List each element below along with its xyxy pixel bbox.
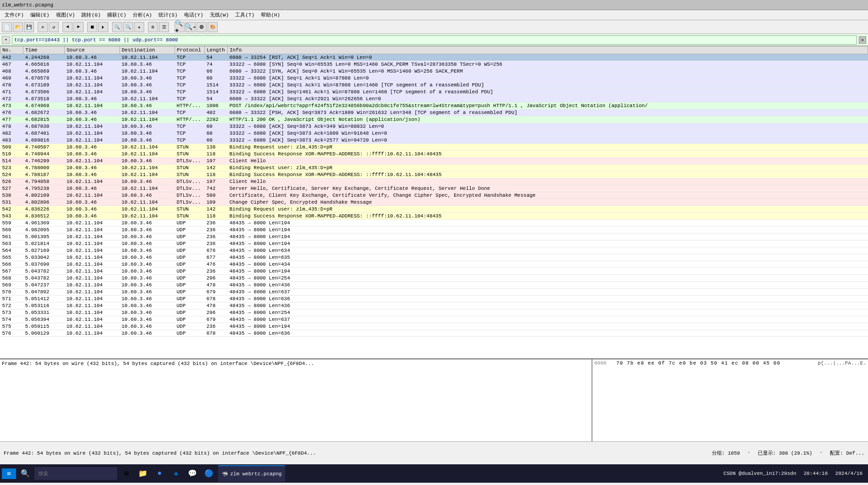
taskbar-icon-edge[interactable]: ◈ xyxy=(169,466,183,481)
table-row[interactable]: 4684.66586910.60.3.4610.62.11.104TCP6660… xyxy=(0,68,868,75)
taskbar-icon-explorer[interactable]: 📁 xyxy=(135,466,150,481)
table-cell: 10.60.3.46 xyxy=(65,199,120,206)
toolbar-fwd-btn[interactable]: ► xyxy=(73,22,84,32)
table-row[interactable]: 5695.04723710.62.11.10410.60.3.46UDP4784… xyxy=(0,282,868,289)
table-row[interactable]: 5705.04789210.62.11.10410.60.3.46UDP6794… xyxy=(0,289,868,296)
filter-input[interactable] xyxy=(12,35,857,45)
table-row[interactable]: 5424.83622610.60.3.4610.62.11.104STUN142… xyxy=(0,206,868,213)
taskbar-icon-wechat[interactable]: 💬 xyxy=(185,466,200,481)
table-row[interactable]: 4674.66581610.62.11.10410.60.3.46TCP7433… xyxy=(0,61,868,68)
toolbar-open-btn[interactable]: 📂 xyxy=(13,22,23,32)
toolbar-settings-btn[interactable]: ⚙ xyxy=(148,22,158,32)
toolbar-bookmark-btn[interactable]: ★ xyxy=(134,22,144,32)
toolbar-close-btn[interactable]: ✕ xyxy=(38,22,48,32)
toolbar-start-btn[interactable]: ⏵ xyxy=(98,22,108,32)
table-row[interactable]: 5755.05911510.62.11.10410.60.3.46UDP2364… xyxy=(0,323,868,330)
taskbar-icon-app5[interactable]: 🔵 xyxy=(202,466,216,481)
table-cell: UDP xyxy=(175,254,205,261)
table-row[interactable]: 5304.80210910.62.11.10410.60.3.46DTLSv..… xyxy=(0,192,868,199)
toolbar-colorize-btn[interactable]: 🎨 xyxy=(208,22,218,32)
table-row[interactable]: 4734.67496810.62.11.10410.60.3.46HTTP/..… xyxy=(0,103,868,109)
table-cell: 523 xyxy=(0,165,23,171)
table-row[interactable]: 4694.67057810.62.11.10410.60.3.46TCP6033… xyxy=(0,75,868,82)
toolbar-zoom-reset-btn[interactable]: ⊙ xyxy=(197,22,207,32)
menu-wireless[interactable]: 无线(W) xyxy=(207,11,232,19)
taskbar-search-input[interactable] xyxy=(34,467,117,480)
table-row[interactable]: 5715.05141210.62.11.10410.60.3.46UDP6784… xyxy=(0,296,868,302)
toolbar-back-btn[interactable]: ◄ xyxy=(62,22,73,32)
toolbar-filter-btn[interactable]: 🔍 xyxy=(112,22,122,32)
table-row[interactable]: 5144.74629910.62.11.10410.60.3.46DTLSv..… xyxy=(0,158,868,165)
menu-capture[interactable]: 捕获(C) xyxy=(104,11,129,19)
table-row[interactable]: 5765.06012910.62.11.10410.60.3.46UDP6784… xyxy=(0,330,868,337)
table-row[interactable]: 5104.74094410.60.3.4610.62.11.104STUN118… xyxy=(0,151,868,158)
toolbar-find-btn[interactable]: 🔍 xyxy=(123,22,133,32)
table-row[interactable]: 4784.68703010.62.11.10410.60.3.46TCP6033… xyxy=(0,123,868,130)
table-row[interactable]: 5635.02181410.62.11.10410.60.3.46UDP2364… xyxy=(0,240,868,247)
table-cell: UDP xyxy=(175,227,205,234)
table-row[interactable]: 5434.83651210.60.3.4610.62.11.104STUN118… xyxy=(0,213,868,220)
taskbar-icon-chrome[interactable]: ● xyxy=(152,466,167,481)
table-row[interactable]: 5264.79485810.62.11.10410.60.3.46DTLSv..… xyxy=(0,178,868,185)
table-cell: 10.62.11.104 xyxy=(120,96,175,103)
table-row[interactable]: 5274.79523810.60.3.4610.62.11.104DTLSv..… xyxy=(0,185,868,192)
table-cell: 10.60.3.46 xyxy=(65,185,120,192)
start-button[interactable]: ⊞ xyxy=(2,468,16,479)
table-row[interactable]: 4714.67350610.62.11.10410.60.3.46TCP1514… xyxy=(0,89,868,96)
table-row[interactable]: 4704.67318910.62.11.10410.60.3.46TCP1514… xyxy=(0,82,868,89)
menu-view[interactable]: 视图(V) xyxy=(53,11,78,19)
filter-expression-btn[interactable]: ▾ xyxy=(2,36,10,44)
toolbar-new-btn[interactable]: 📄 xyxy=(2,22,12,32)
toolbar-zoom-in-btn[interactable]: 🔍+ xyxy=(175,22,185,32)
taskbar-wireshark-app[interactable]: 🦈 zlm webrtc.pcapng xyxy=(218,465,285,482)
table-row[interactable]: 5685.04378210.62.11.10410.60.3.46UDP2964… xyxy=(0,275,868,282)
menu-analyze[interactable]: 分析(A) xyxy=(130,11,155,19)
col-header-protocol[interactable]: Protocol xyxy=(175,46,205,54)
menu-goto[interactable]: 跳转(G) xyxy=(79,11,103,19)
menu-help[interactable]: 帮助(H) xyxy=(258,11,283,19)
table-row[interactable]: 5615.00139510.62.11.10410.60.3.46UDP2364… xyxy=(0,234,868,240)
table-row[interactable]: 4724.67351810.60.3.4610.62.11.104TCP5460… xyxy=(0,96,868,103)
packet-list[interactable]: No. Time Source Destination Protocol Len… xyxy=(0,46,868,359)
table-row[interactable]: 5594.96136910.62.11.10410.60.3.46UDP2364… xyxy=(0,220,868,227)
table-row[interactable]: 4774.68281510.60.3.4610.62.11.104HTTP/..… xyxy=(0,116,868,123)
table-cell: 4.665869 xyxy=(23,68,65,75)
menu-edit[interactable]: 编辑(E) xyxy=(28,11,52,19)
col-header-destination[interactable]: Destination xyxy=(120,46,175,54)
table-cell: 10.60.3.46 xyxy=(65,151,120,158)
table-row[interactable]: 5645.02716910.62.11.10410.60.3.46UDP6764… xyxy=(0,247,868,254)
table-row[interactable]: 5094.74058710.60.3.4610.62.11.104STUN138… xyxy=(0,144,868,151)
table-row[interactable]: 5725.05311610.62.11.10410.60.3.46UDP4784… xyxy=(0,302,868,309)
table-row[interactable]: 5604.98209510.62.11.10410.60.3.46UDP2364… xyxy=(0,227,868,234)
table-row[interactable]: 5234.78800010.60.3.4610.62.11.104STUN142… xyxy=(0,165,868,171)
table-row[interactable]: 4424.24426810.60.3.4610.62.11.104TCP5460… xyxy=(0,54,868,61)
table-row[interactable]: 5314.80289610.60.3.4610.62.11.104DTLSv..… xyxy=(0,199,868,206)
toolbar-zoom-out-btn[interactable]: 🔍- xyxy=(186,22,196,32)
table-row[interactable]: 5244.78818710.60.3.4610.62.11.104STUN118… xyxy=(0,171,868,178)
table-cell: 574 xyxy=(0,316,23,323)
col-header-source[interactable]: Source xyxy=(65,46,120,54)
col-header-info[interactable]: Info xyxy=(228,46,868,54)
toolbar-save-btn[interactable]: 💾 xyxy=(24,22,34,32)
table-row[interactable]: 5735.05333110.62.11.10410.60.3.46UDP2964… xyxy=(0,309,868,316)
menu-file[interactable]: 文件(F) xyxy=(2,11,27,19)
filter-close-btn[interactable]: ✕ xyxy=(859,36,866,44)
table-row[interactable]: 4824.68740110.62.11.10410.60.3.46TCP6033… xyxy=(0,130,868,137)
menu-stats[interactable]: 统计(S) xyxy=(156,11,180,19)
table-row[interactable]: 4764.68267210.60.3.4610.62.11.104TCP4026… xyxy=(0,109,868,116)
table-row[interactable]: 5665.03769010.62.11.10410.60.3.46UDP4764… xyxy=(0,261,868,268)
table-row[interactable]: 5655.03304210.62.11.10410.60.3.46UDP6774… xyxy=(0,254,868,261)
table-row[interactable]: 4834.68981610.62.11.10410.60.3.46TCP6033… xyxy=(0,137,868,144)
menu-tools[interactable]: 工具(T) xyxy=(232,11,257,19)
toolbar-columns-btn[interactable]: ☰ xyxy=(159,22,169,32)
table-cell: TCP xyxy=(175,123,205,130)
table-row[interactable]: 5745.05639410.62.11.10410.60.3.46UDP6794… xyxy=(0,316,868,323)
toolbar-reload-btn[interactable]: ↺ xyxy=(49,22,59,32)
table-row[interactable]: 5675.04378210.62.11.10410.60.3.46UDP2364… xyxy=(0,268,868,275)
toolbar-stop-btn[interactable]: ⏹ xyxy=(87,22,97,32)
col-header-length[interactable]: Length xyxy=(205,46,228,54)
col-header-no[interactable]: No. xyxy=(0,46,23,54)
taskbar-taskview-btn[interactable]: ⊞ xyxy=(119,466,134,481)
menu-phone[interactable]: 电话(Y) xyxy=(181,11,206,19)
col-header-time[interactable]: Time xyxy=(23,46,65,54)
